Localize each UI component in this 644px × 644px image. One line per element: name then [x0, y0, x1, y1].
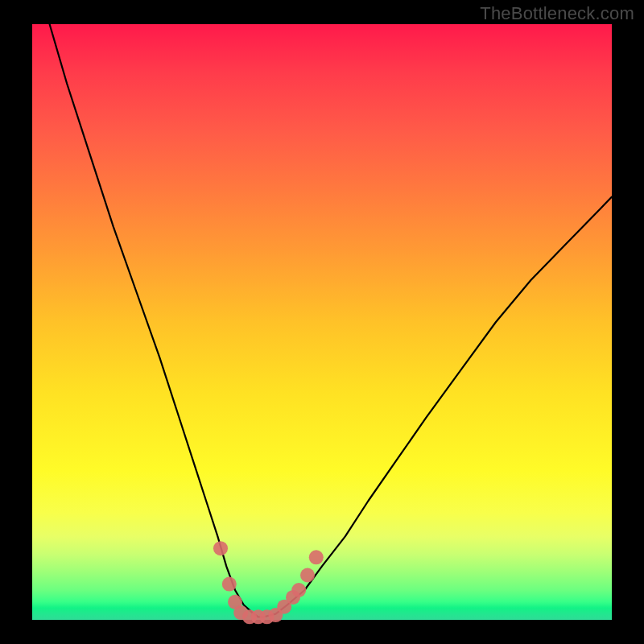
- min-markers: [213, 541, 324, 624]
- chart-frame: TheBottleneck.com: [0, 0, 644, 644]
- marker-m2: [222, 577, 237, 592]
- plot-area: [32, 24, 612, 620]
- curve-layer: [32, 24, 612, 620]
- watermark-text: TheBottleneck.com: [480, 3, 634, 24]
- marker-m13: [309, 550, 324, 564]
- marker-m1: [213, 541, 228, 555]
- bottleneck-curve: [50, 24, 612, 617]
- marker-m11: [291, 583, 306, 597]
- marker-m12: [300, 568, 315, 583]
